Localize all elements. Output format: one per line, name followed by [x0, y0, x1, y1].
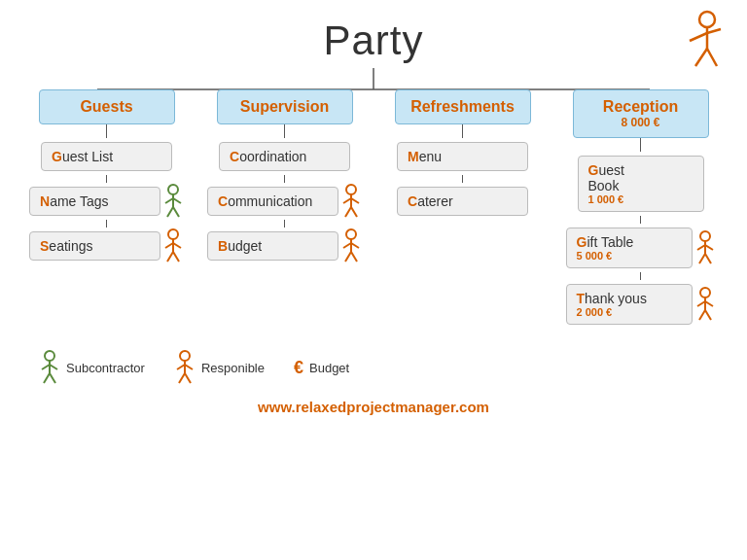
- list-item: Guest List: [41, 138, 172, 175]
- list-item: Budget: [207, 228, 362, 264]
- orange-figure-icon: [694, 287, 716, 322]
- legend-subcontractor-label: Subcontractor: [66, 361, 145, 375]
- list-item: GuestBook 1 000 €: [578, 152, 704, 216]
- legend-budget-label: Budget: [309, 361, 349, 375]
- list-item: Menu: [397, 138, 528, 175]
- legend-subcontractor: Subcontractor: [39, 350, 145, 385]
- svg-line-3: [707, 29, 721, 33]
- category-reception-amount: 8 000 €: [586, 116, 696, 129]
- svg-line-40: [699, 254, 705, 263]
- svg-line-33: [351, 243, 359, 248]
- svg-line-20: [165, 243, 173, 248]
- category-reception-label: Reception: [586, 98, 696, 116]
- svg-point-30: [346, 229, 356, 239]
- list-item: Caterer: [397, 183, 528, 220]
- svg-point-54: [180, 351, 190, 361]
- orange-figure-legend-icon: [174, 350, 196, 385]
- guests-items: Guest List Name Tags: [29, 138, 184, 264]
- category-refreshments-label: Refreshments: [408, 98, 518, 116]
- green-figure-legend-icon: [39, 350, 60, 385]
- supervision-item-1: Communication: [207, 187, 338, 216]
- supervision-items: Coordination Communication: [207, 138, 362, 264]
- legend-responible: Responible: [174, 350, 265, 385]
- svg-point-18: [168, 229, 178, 239]
- refreshments-item-1: Caterer: [397, 187, 528, 216]
- svg-line-21: [173, 243, 181, 248]
- svg-point-24: [346, 185, 356, 194]
- orange-figure-icon: [340, 184, 362, 219]
- svg-point-48: [45, 351, 54, 361]
- svg-line-23: [173, 252, 179, 262]
- euro-icon: €: [294, 358, 303, 378]
- guests-item-1: Name Tags: [29, 187, 160, 216]
- column-refreshments: Refreshments Menu Caterer: [380, 89, 546, 329]
- reception-item-0: GuestBook 1 000 €: [578, 156, 704, 212]
- svg-line-56: [177, 365, 185, 369]
- reception-item-2-amount: 2 000 €: [577, 306, 682, 318]
- page-title: Party: [0, 0, 747, 64]
- list-item: Seatings: [29, 228, 184, 264]
- green-figure-icon: [162, 184, 184, 219]
- svg-line-17: [173, 207, 179, 217]
- svg-line-4: [695, 49, 707, 66]
- category-reception: Reception 8 000 €: [573, 89, 709, 138]
- top-right-figure: [680, 10, 724, 77]
- svg-line-57: [185, 365, 193, 369]
- svg-line-2: [690, 33, 707, 41]
- svg-line-59: [185, 373, 191, 383]
- svg-line-44: [697, 301, 705, 306]
- svg-point-42: [700, 288, 710, 298]
- svg-point-36: [700, 231, 710, 241]
- reception-item-2: Thank yous 2 000 €: [566, 284, 693, 325]
- list-item: Communication: [207, 183, 362, 220]
- reception-item-1-amount: 5 000 €: [577, 250, 682, 262]
- list-item: Coordination: [219, 138, 350, 175]
- svg-line-15: [173, 198, 181, 203]
- svg-line-35: [351, 252, 357, 262]
- reception-item-0-amount: 1 000 €: [588, 193, 694, 205]
- svg-line-29: [351, 207, 357, 217]
- refreshments-item-0: Menu: [397, 142, 528, 171]
- svg-line-5: [707, 49, 717, 66]
- orange-figure-icon: [340, 228, 362, 263]
- svg-line-45: [705, 301, 713, 306]
- svg-line-46: [699, 310, 705, 320]
- svg-line-22: [167, 252, 173, 262]
- svg-line-27: [351, 198, 359, 203]
- guests-item-2: Seatings: [29, 231, 160, 261]
- orange-figure-icon: [162, 228, 184, 263]
- svg-line-52: [44, 373, 50, 383]
- svg-line-38: [697, 245, 705, 250]
- legend-budget: € Budget: [294, 358, 349, 378]
- svg-line-51: [50, 365, 57, 369]
- orange-figure-icon: [694, 230, 716, 265]
- reception-items: GuestBook 1 000 € Gift Table 5 000 €: [566, 152, 716, 329]
- svg-line-14: [165, 198, 173, 203]
- supervision-item-2: Budget: [207, 231, 338, 261]
- svg-line-47: [705, 310, 711, 320]
- column-guests: Guests Guest List Name Tags: [24, 89, 190, 329]
- footer-url: www.relaxedprojectmanager.com: [0, 393, 747, 415]
- category-supervision-label: Supervision: [230, 98, 340, 116]
- list-item: Gift Table 5 000 €: [566, 224, 716, 272]
- legend: Subcontractor Responible € Budget: [0, 342, 747, 393]
- svg-point-0: [699, 12, 715, 27]
- svg-line-26: [343, 198, 351, 203]
- list-item: Thank yous 2 000 €: [566, 280, 716, 329]
- column-reception: Reception 8 000 € GuestBook 1 000 € Gift…: [558, 89, 724, 329]
- svg-line-41: [705, 254, 711, 263]
- svg-point-12: [168, 185, 178, 194]
- svg-line-16: [167, 207, 173, 217]
- svg-line-34: [345, 252, 351, 262]
- refreshments-items: Menu Caterer: [397, 138, 528, 220]
- column-supervision: Supervision Coordination Communication: [202, 89, 368, 329]
- svg-line-28: [345, 207, 351, 217]
- category-guests: Guests: [39, 89, 175, 124]
- svg-line-58: [179, 373, 185, 383]
- legend-responible-label: Responible: [201, 361, 265, 375]
- guests-item-0: Guest List: [41, 142, 172, 171]
- category-guests-label: Guests: [52, 98, 162, 116]
- reception-item-1: Gift Table 5 000 €: [566, 228, 693, 268]
- category-supervision: Supervision: [217, 89, 353, 124]
- svg-line-39: [705, 245, 713, 250]
